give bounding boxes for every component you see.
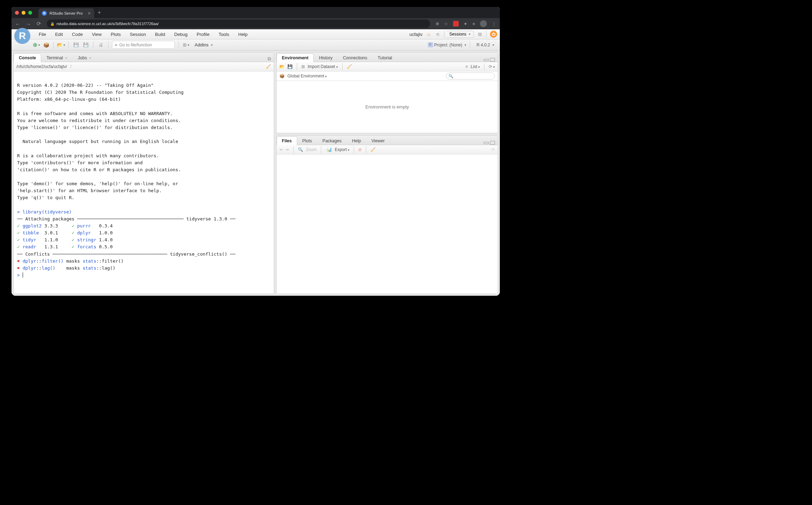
new-tab-button[interactable]: + xyxy=(98,9,101,16)
browser-tab[interactable]: R RStudio Server Pro × xyxy=(38,8,94,18)
browser-actions: ⊕ ☆ ✦ ≡ ⋮ xyxy=(436,20,496,27)
save-all-button[interactable]: 💾 xyxy=(82,41,90,49)
refresh-button[interactable]: ⟳ xyxy=(489,64,495,69)
address-bar[interactable]: 🔒 rstudio.data-science.rc.ucl.ac.uk/s/3d… xyxy=(47,20,430,28)
environment-search[interactable]: 🔍 xyxy=(446,73,495,80)
menu-session[interactable]: Session xyxy=(126,29,150,39)
close-icon[interactable]: × xyxy=(65,56,67,60)
export-dropdown[interactable]: Export xyxy=(335,147,350,152)
sessions-dropdown[interactable]: Sessions xyxy=(446,31,474,38)
reading-list-icon[interactable]: ≡ xyxy=(472,21,475,27)
r-version-selector[interactable]: R 4.0.2 xyxy=(474,43,497,47)
maximize-pane-icon[interactable] xyxy=(490,141,495,145)
new-file-button[interactable]: ⊕ xyxy=(32,41,40,49)
zoom-label[interactable]: Zoom xyxy=(306,147,317,152)
tab-plots[interactable]: Plots xyxy=(297,136,317,145)
plots-toolbar: ⬅ ➡ 🔍 Zoom -📊 Export ⊘ 🧹 ⟳ xyxy=(277,145,498,154)
scope-selector[interactable]: Global Environment xyxy=(287,74,327,78)
next-plot-icon[interactable]: ➡ xyxy=(286,147,289,152)
minimize-window-button[interactable] xyxy=(22,11,25,15)
extension-icon[interactable] xyxy=(453,21,459,27)
open-file-button[interactable]: 📂 xyxy=(57,41,65,49)
new-project-button[interactable]: 📦 xyxy=(42,41,50,49)
lock-icon: 🔒 xyxy=(50,22,54,26)
quit-session-button[interactable]: ⏻ xyxy=(490,31,497,38)
clear-all-plots-icon[interactable]: 🧹 xyxy=(370,147,376,152)
menu-view[interactable]: View xyxy=(88,29,106,39)
refresh-plots-icon[interactable]: ⟳ xyxy=(491,147,495,152)
new-session-icon[interactable]: ⧉ xyxy=(477,31,483,37)
pane-layout-button[interactable]: ⊞ xyxy=(182,41,190,49)
close-icon[interactable]: × xyxy=(89,56,91,60)
menu-edit[interactable]: Edit xyxy=(51,29,67,39)
save-workspace-icon[interactable]: 💾 xyxy=(287,64,293,69)
right-pane: Environment History Connections Tutorial… xyxy=(275,51,500,296)
menu-plots[interactable]: Plots xyxy=(106,29,125,39)
separator xyxy=(53,42,54,48)
list-view-icon: ≡ xyxy=(465,64,468,69)
tab-history[interactable]: History xyxy=(314,53,338,62)
tab-viewer[interactable]: Viewer xyxy=(366,136,390,145)
minimize-pane-icon[interactable] xyxy=(484,142,489,144)
bookmark-icon[interactable]: ☆ xyxy=(444,21,448,27)
load-workspace-icon[interactable]: 📂 xyxy=(279,64,285,69)
environment-empty-label: Environment is empty xyxy=(366,104,409,110)
profile-avatar[interactable] xyxy=(480,20,487,27)
separator xyxy=(93,42,93,48)
menu-help[interactable]: Help xyxy=(234,29,252,39)
environment-panel: Environment History Connections Tutorial… xyxy=(276,52,498,133)
plot-area xyxy=(277,154,498,294)
tab-tutorial[interactable]: Tutorial xyxy=(373,53,397,62)
reload-button[interactable]: ⟳ xyxy=(37,21,41,27)
extensions-icon[interactable]: ✦ xyxy=(464,21,467,27)
menu-debug[interactable]: Debug xyxy=(170,29,191,39)
forward-button[interactable]: → xyxy=(26,21,31,27)
maximize-pane-icon[interactable] xyxy=(490,58,495,62)
more-menu-icon[interactable]: ⋮ xyxy=(492,21,496,27)
left-pane: Console Terminal × Jobs × ⧉ xyxy=(12,51,275,296)
tab-console[interactable]: Console xyxy=(14,53,41,62)
console-output[interactable]: R version 4.0.2 (2020-06-22) -- "Taking … xyxy=(14,71,274,294)
list-view-dropdown[interactable]: List xyxy=(471,64,480,69)
export-icon: -📊 xyxy=(325,147,332,152)
remove-plot-icon[interactable]: ⊘ xyxy=(358,147,362,152)
tab-packages[interactable]: Packages xyxy=(317,136,347,145)
tab-jobs[interactable]: Jobs × xyxy=(73,53,97,62)
home-icon[interactable]: ⌂ xyxy=(426,31,431,37)
separator xyxy=(366,146,366,153)
import-dataset-button[interactable]: Import Dataset xyxy=(308,64,338,69)
path-popout-icon[interactable]: ⤴ xyxy=(70,64,72,69)
menu-code[interactable]: Code xyxy=(68,29,87,39)
tab-connections[interactable]: Connections xyxy=(338,53,373,62)
close-tab-button[interactable]: × xyxy=(88,10,91,16)
menu-profile[interactable]: Profile xyxy=(193,29,214,39)
separator xyxy=(470,42,470,48)
rstudio-logo-icon: R xyxy=(14,28,30,44)
save-button[interactable]: 💾 xyxy=(72,41,80,49)
menu-build[interactable]: Build xyxy=(151,29,170,39)
addins-dropdown[interactable]: Addins xyxy=(192,42,216,47)
project-selector[interactable]: R Project: (None) xyxy=(428,43,466,47)
prev-plot-icon[interactable]: ⬅ xyxy=(279,147,283,152)
tab-environment[interactable]: Environment xyxy=(277,53,314,62)
goto-file-input[interactable]: ➤ Go to file/function xyxy=(112,41,175,49)
tab-help[interactable]: Help xyxy=(347,136,366,145)
environment-toolbar: 📂 💾 ⊞ Import Dataset 🧹 ≡ List ⟳ xyxy=(277,62,498,71)
pane-popout-icon[interactable]: ⧉ xyxy=(268,56,271,62)
clear-console-icon[interactable]: 🧹 xyxy=(266,64,271,69)
signout-icon[interactable]: ⎋ xyxy=(435,31,441,37)
zoom-icon[interactable]: ⊕ xyxy=(436,21,439,26)
clear-objects-icon[interactable]: 🧹 xyxy=(347,64,352,69)
menu-tools[interactable]: Tools xyxy=(215,29,233,39)
browser-nav-bar: ← → ⟳ 🔒 rstudio.data-science.rc.ucl.ac.u… xyxy=(12,18,500,29)
back-button[interactable]: ← xyxy=(15,21,20,27)
menu-file[interactable]: File xyxy=(35,29,50,39)
tab-terminal[interactable]: Terminal × xyxy=(41,53,73,62)
maximize-window-button[interactable] xyxy=(28,11,32,15)
print-button[interactable]: 🖨 xyxy=(97,41,105,49)
username-label: ucfajtv xyxy=(409,32,423,37)
minimize-pane-icon[interactable] xyxy=(484,59,489,61)
zoom-icon[interactable]: 🔍 xyxy=(298,147,303,152)
tab-files[interactable]: Files xyxy=(277,136,297,145)
close-window-button[interactable] xyxy=(15,11,19,15)
